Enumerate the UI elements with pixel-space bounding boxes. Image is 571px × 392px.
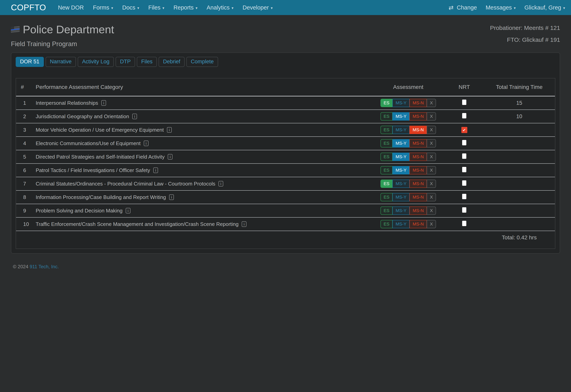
assessment-ms-y-button[interactable]: MS-Y [392, 112, 410, 121]
brand-logo[interactable]: COPFTO [11, 3, 46, 12]
nrt-checkbox[interactable]: ✔ [462, 113, 466, 118]
col-header-num: # [16, 78, 31, 96]
assessment-x-button[interactable]: X [427, 193, 436, 201]
table-row: 9Problem Solving and Decision MakingiESM… [16, 204, 555, 217]
nav-item-messages[interactable]: Messages▾ [486, 4, 516, 11]
assessment-ms-y-button[interactable]: MS-Y [392, 139, 410, 148]
nav-item-glickauf-greg[interactable]: Glickauf, Greg▾ [525, 4, 565, 11]
assessment-ms-n-button[interactable]: MS-N [409, 99, 427, 107]
assessment-ms-y-button[interactable]: MS-Y [392, 220, 410, 228]
assessment-es-button[interactable]: ES [380, 99, 392, 107]
assessment-ms-y-button[interactable]: MS-Y [392, 126, 410, 134]
nrt-checkbox[interactable]: ✔ [462, 140, 466, 145]
company-link[interactable]: 911 Tech, Inc. [30, 264, 59, 269]
assessment-ms-n-button[interactable]: MS-N [409, 220, 427, 228]
assessment-x-button[interactable]: X [427, 99, 436, 107]
assessment-es-button[interactable]: ES [380, 153, 392, 161]
category-label: Patrol Tactics / Field Investigations / … [36, 167, 150, 173]
assessment-ms-n-button[interactable]: MS-N [409, 207, 427, 215]
col-header-assessment: Assessment [372, 78, 445, 96]
user-menu: ⇄ChangeMessages▾Glickauf, Greg▾ [449, 4, 565, 11]
nav-item-reports[interactable]: Reports▾ [173, 4, 197, 11]
nav-item-new-dor[interactable]: New DOR [58, 4, 84, 11]
tab-dtp[interactable]: DTP [116, 57, 135, 67]
nrt-checkbox[interactable]: ✔ [462, 167, 466, 172]
info-icon[interactable]: i [144, 140, 149, 146]
dor-tabs: DOR 51NarrativeActivity LogDTPFilesDebri… [16, 57, 555, 67]
info-icon[interactable]: i [168, 154, 172, 160]
info-icon[interactable]: i [132, 114, 137, 119]
assessment-es-button[interactable]: ES [380, 139, 392, 148]
assessment-x-button[interactable]: X [427, 139, 436, 148]
assessment-es-button[interactable]: ES [380, 126, 392, 134]
chevron-down-icon: ▾ [162, 6, 164, 10]
nav-item-change[interactable]: ⇄Change [449, 4, 477, 11]
tab-activity-log[interactable]: Activity Log [78, 57, 114, 67]
nav-item-developer[interactable]: Developer▾ [243, 4, 273, 11]
assessment-x-button[interactable]: X [427, 207, 436, 215]
nrt-checkbox[interactable]: ✔ [462, 154, 466, 159]
tab-files[interactable]: Files [137, 57, 157, 67]
tab-dor-51[interactable]: DOR 51 [16, 57, 44, 67]
row-number: 6 [16, 164, 31, 177]
assessment-es-button[interactable]: ES [380, 193, 392, 201]
page-subtitle: Field Training Program [11, 40, 114, 48]
assessment-x-button[interactable]: X [427, 220, 436, 228]
training-time [483, 177, 555, 190]
nrt-checkbox[interactable]: ✔ [462, 221, 466, 226]
chevron-down-icon: ▾ [111, 6, 113, 10]
assessment-ms-n-button[interactable]: MS-N [409, 139, 427, 148]
row-number: 9 [16, 204, 31, 217]
assessment-es-button[interactable]: ES [380, 166, 392, 174]
nav-item-forms[interactable]: Forms▾ [93, 4, 113, 11]
table-row: 5Directed Patrol Strategies and Self-Ini… [16, 150, 555, 164]
tab-complete[interactable]: Complete [186, 57, 218, 67]
assessment-ms-y-button[interactable]: MS-Y [392, 166, 410, 174]
nrt-checkbox[interactable]: ✔ [462, 194, 466, 199]
assessment-ms-y-button[interactable]: MS-Y [392, 153, 410, 161]
assessment-ms-y-button[interactable]: MS-Y [392, 193, 410, 201]
assessment-es-button[interactable]: ES [380, 112, 392, 121]
info-icon[interactable]: i [169, 195, 174, 200]
info-icon[interactable]: i [126, 208, 131, 213]
info-icon[interactable]: i [101, 100, 106, 106]
footer: © 2024 911 Tech, Inc. [0, 264, 571, 269]
assessment-ms-n-button[interactable]: MS-N [409, 126, 427, 134]
table-row: 7Criminal Statutes/Ordinances - Procedur… [16, 177, 555, 190]
info-icon[interactable]: i [167, 127, 172, 133]
nav-item-files[interactable]: Files▾ [148, 4, 164, 11]
page-header: Police Department Field Training Program… [11, 23, 560, 48]
training-time [483, 164, 555, 177]
nav-item-docs[interactable]: Docs▾ [122, 4, 139, 11]
assessment-ms-n-button[interactable]: MS-N [409, 180, 427, 188]
assessment-ms-y-button[interactable]: MS-Y [392, 207, 410, 215]
nav-item-analytics[interactable]: Analytics▾ [207, 4, 234, 11]
checkmark-icon: ✔ [463, 128, 466, 132]
assessment-table-container: # Performance Assessment Category Assess… [16, 78, 555, 249]
nrt-checkbox[interactable]: ✔ [462, 207, 466, 213]
assessment-x-button[interactable]: X [427, 166, 436, 174]
nrt-checkbox[interactable]: ✔ [461, 127, 467, 133]
chevron-down-icon: ▾ [195, 6, 197, 10]
assessment-x-button[interactable]: X [427, 180, 436, 188]
table-row: 2Jurisdictional Geography and Orientatio… [16, 110, 555, 123]
assessment-ms-y-button[interactable]: MS-Y [392, 99, 410, 107]
assessment-ms-y-button[interactable]: MS-Y [392, 180, 410, 188]
tab-narrative[interactable]: Narrative [45, 57, 76, 67]
assessment-ms-n-button[interactable]: MS-N [409, 153, 427, 161]
assessment-ms-n-button[interactable]: MS-N [409, 166, 427, 174]
assessment-es-button[interactable]: ES [380, 180, 392, 188]
assessment-ms-n-button[interactable]: MS-N [409, 112, 427, 121]
assessment-x-button[interactable]: X [427, 153, 436, 161]
assessment-es-button[interactable]: ES [380, 207, 392, 215]
info-icon[interactable]: i [218, 181, 223, 186]
info-icon[interactable]: i [242, 221, 246, 227]
assessment-x-button[interactable]: X [427, 126, 436, 134]
assessment-es-button[interactable]: ES [380, 220, 392, 228]
tab-debrief[interactable]: Debrief [159, 57, 185, 67]
nrt-checkbox[interactable]: ✔ [462, 99, 466, 105]
assessment-ms-n-button[interactable]: MS-N [409, 193, 427, 201]
nrt-checkbox[interactable]: ✔ [462, 180, 466, 186]
info-icon[interactable]: i [153, 168, 158, 173]
assessment-x-button[interactable]: X [427, 112, 436, 121]
